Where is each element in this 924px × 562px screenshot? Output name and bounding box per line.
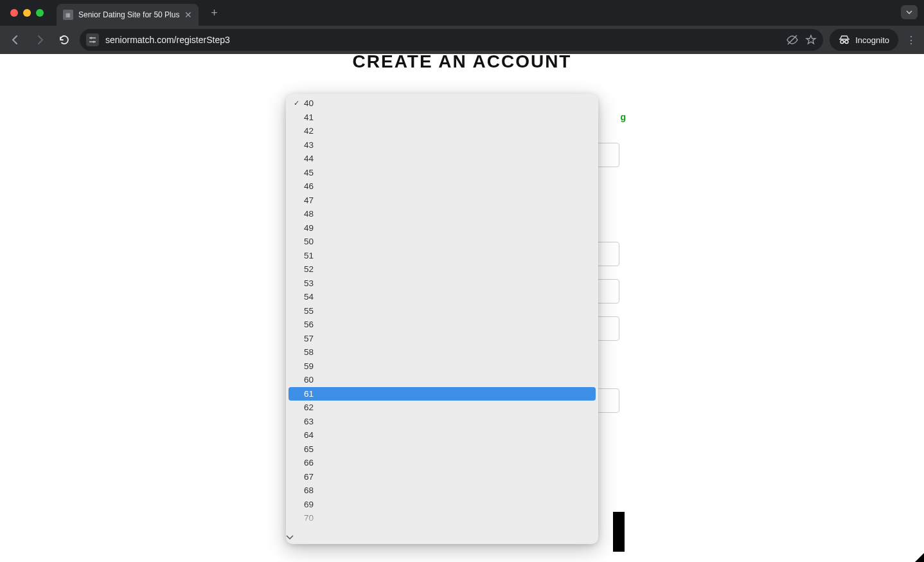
minimize-window-button[interactable] [23, 9, 31, 17]
reload-icon [58, 34, 70, 46]
browser-tab-strip: ▦ Senior Dating Site for 50 Plus ✕ + [0, 0, 924, 26]
new-tab-button[interactable]: + [205, 4, 223, 22]
tab-title: Senior Dating Site for 50 Plus [78, 10, 179, 19]
svg-point-3 [845, 41, 848, 44]
age-option-50[interactable]: 50 [289, 235, 596, 249]
tabs-overflow-button[interactable] [901, 5, 918, 19]
chevron-down-icon [906, 10, 912, 14]
age-option-56[interactable]: 56 [289, 318, 596, 332]
reload-button[interactable] [55, 31, 73, 49]
age-option-70[interactable]: 70 [289, 511, 596, 525]
bookmark-star-icon[interactable] [805, 34, 817, 46]
favicon-icon: ▦ [63, 10, 73, 20]
forward-button[interactable] [31, 31, 49, 49]
arrow-right-icon [34, 34, 46, 46]
incognito-icon [839, 35, 850, 44]
svg-point-0 [91, 37, 93, 39]
browser-tab[interactable]: ▦ Senior Dating Site for 50 Plus ✕ [57, 4, 199, 26]
age-option-54[interactable]: 54 [289, 290, 596, 304]
age-option-65[interactable]: 65 [289, 442, 596, 457]
browser-toolbar: seniormatch.com/registerStep3 Incognito … [0, 26, 924, 54]
age-dropdown-list: 4041424344454647484950515253545556575859… [286, 94, 598, 525]
address-bar[interactable]: seniormatch.com/registerStep3 [80, 29, 823, 51]
age-option-49[interactable]: 49 [289, 221, 596, 235]
incognito-label: Incognito [855, 35, 889, 45]
submit-button-partial[interactable] [613, 512, 625, 552]
age-option-47[interactable]: 47 [289, 194, 596, 208]
age-option-46[interactable]: 46 [289, 179, 596, 194]
age-option-58[interactable]: 58 [289, 345, 596, 359]
tune-icon [88, 35, 97, 44]
age-option-52[interactable]: 52 [289, 262, 596, 276]
age-option-61[interactable]: 61 [289, 387, 596, 401]
age-option-43[interactable]: 43 [289, 138, 596, 152]
age-option-62[interactable]: 62 [289, 401, 596, 415]
chevron-down-icon [286, 535, 294, 540]
dropdown-scroll-down[interactable] [286, 535, 598, 540]
browser-menu-button[interactable]: ⋮ [905, 34, 918, 46]
close-window-button[interactable] [10, 9, 18, 17]
eye-off-icon[interactable] [786, 33, 799, 46]
site-settings-icon[interactable] [86, 33, 99, 46]
age-dropdown[interactable]: 4041424344454647484950515253545556575859… [286, 94, 598, 544]
age-option-40[interactable]: 40 [289, 96, 596, 111]
age-option-60[interactable]: 60 [289, 373, 596, 387]
age-option-66[interactable]: 66 [289, 456, 596, 470]
page-title: CREATE AN ACCOUNT [0, 51, 924, 72]
age-option-45[interactable]: 45 [289, 166, 596, 180]
age-option-59[interactable]: 59 [289, 359, 596, 374]
seeking-label-fragment: g [620, 112, 626, 122]
age-option-68[interactable]: 68 [289, 484, 596, 498]
age-option-55[interactable]: 55 [289, 304, 596, 318]
incognito-badge[interactable]: Incognito [830, 29, 898, 51]
age-option-67[interactable]: 67 [289, 470, 596, 484]
window-controls [10, 9, 44, 17]
age-option-51[interactable]: 51 [289, 249, 596, 263]
age-option-63[interactable]: 63 [289, 415, 596, 429]
arrow-left-icon [10, 34, 21, 46]
maximize-window-button[interactable] [36, 9, 44, 17]
back-button[interactable] [6, 31, 24, 49]
age-option-44[interactable]: 44 [289, 152, 596, 166]
age-option-41[interactable]: 41 [289, 111, 596, 125]
svg-point-1 [93, 41, 95, 43]
age-option-64[interactable]: 64 [289, 428, 596, 442]
svg-point-2 [840, 41, 844, 44]
resize-handle[interactable] [915, 553, 924, 562]
age-option-48[interactable]: 48 [289, 207, 596, 221]
age-option-57[interactable]: 57 [289, 332, 596, 346]
url-text: seniormatch.com/registerStep3 [105, 35, 779, 45]
age-option-42[interactable]: 42 [289, 124, 596, 138]
age-option-53[interactable]: 53 [289, 276, 596, 291]
age-option-69[interactable]: 69 [289, 498, 596, 512]
close-tab-icon[interactable]: ✕ [184, 10, 192, 20]
